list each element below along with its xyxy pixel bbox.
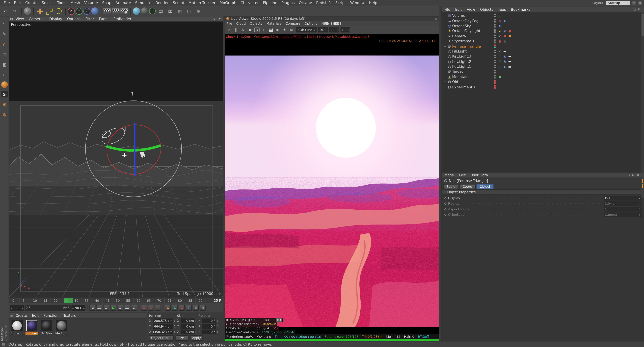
planet-tool-icon[interactable]: ◍	[1, 111, 8, 118]
close-icon[interactable]: ×	[435, 17, 438, 21]
stepper[interactable]: ▴▾	[196, 325, 196, 328]
om-menu-view[interactable]: View	[464, 8, 478, 12]
tweak-tool-icon[interactable]: ↖	[1, 20, 8, 27]
animation-dot[interactable]	[444, 197, 446, 199]
om-menu-edit[interactable]: Edit	[453, 8, 464, 12]
object-row-experiment-1[interactable]: +∅Experiment 1	[442, 84, 641, 89]
tag-icon[interactable]: ✓	[498, 60, 502, 64]
menu-mesh[interactable]: Mesh	[68, 1, 82, 5]
render-settings-icon[interactable]	[120, 8, 128, 14]
viewport-menu-view[interactable]: View	[13, 17, 26, 21]
am-forward-icon[interactable]: ►	[632, 173, 634, 177]
dl-mode-dropdown[interactable]: DL▾	[318, 27, 328, 33]
object-row-key-light-3[interactable]: ○Key.Light.3✓◉▬	[442, 54, 641, 59]
reset-render-button[interactable]: R	[254, 28, 260, 32]
tag-icon[interactable]: ✓	[498, 14, 502, 18]
object-name[interactable]: Mountains	[452, 75, 492, 79]
timeline-tick[interactable]: 40	[95, 299, 99, 302]
am-menu-user-data[interactable]: User Data	[468, 173, 490, 177]
visibility-toggles[interactable]	[492, 40, 498, 43]
am-back-icon[interactable]: ◄	[628, 173, 630, 177]
size-y-field[interactable]: 0 cm	[181, 324, 195, 328]
material-ball-icon[interactable]	[141, 8, 148, 15]
render-picture-viewer-icon[interactable]	[112, 8, 120, 14]
vp-maximize-icon[interactable]: □	[207, 17, 211, 21]
viewport-menu-prorender[interactable]: ProRender	[111, 17, 134, 21]
magnet-tool-icon[interactable]: ∩	[1, 40, 8, 48]
material-menu-create[interactable]: Create	[13, 314, 30, 318]
om-menu-tags[interactable]: Tags	[496, 8, 508, 12]
tag-icon[interactable]: ●	[508, 34, 512, 38]
perspective-viewport[interactable]: ▦ ViewCamerasDisplayOptionsFilterPanelPr…	[9, 17, 223, 297]
menu-sculpt[interactable]: Sculpt	[171, 1, 186, 5]
tag-icon[interactable]: ◎	[498, 34, 502, 38]
lv-menu-materials[interactable]: Materials	[264, 22, 284, 25]
goto-start-button[interactable]: |◀	[89, 305, 95, 310]
object-name[interactable]: Styleframe.1	[452, 39, 492, 43]
object-row-mountains[interactable]: +▲Mountains■	[442, 74, 641, 79]
camera-sync-icon[interactable]: ◉	[275, 27, 280, 33]
octane-settings-icon[interactable]: ☼	[226, 27, 232, 33]
instance-icon[interactable]: ◫	[185, 7, 193, 15]
position-y-field[interactable]: 664.944 cm	[153, 324, 173, 328]
object-row-penrose-triangle[interactable]: +∅Penrose Triangle	[442, 44, 641, 49]
menu-snap[interactable]: Snap	[100, 1, 113, 5]
mirror-tool-icon[interactable]: ◫	[1, 51, 8, 58]
prev-key-button[interactable]: ◀◀	[96, 305, 102, 310]
am-menu-mode[interactable]: Mode	[442, 173, 456, 177]
tag-icon[interactable]: ●	[508, 29, 512, 33]
object-name[interactable]: Penrose Triangle	[452, 44, 492, 48]
motion-clip-button[interactable]: ▤	[200, 305, 206, 310]
cube-stack-icon[interactable]: ▤	[156, 7, 165, 15]
expand-toggle[interactable]: +	[443, 85, 447, 89]
timeline-tick[interactable]: 60	[136, 299, 140, 302]
menu-character[interactable]: Character	[238, 1, 261, 5]
menu-edit[interactable]: Edit	[12, 1, 23, 5]
animation-dot[interactable]	[444, 208, 446, 210]
timeline-tick[interactable]: 55	[126, 299, 130, 302]
tag-icon[interactable]: ◉	[503, 29, 507, 33]
visibility-toggles[interactable]	[492, 45, 498, 48]
modeling-tool-icon[interactable]: ▣	[1, 61, 8, 68]
material-iridicer[interactable]: Iridicer	[26, 320, 38, 335]
rotation-p-field[interactable]: 0 °	[202, 324, 216, 328]
start-frame-field[interactable]: ◂0 F▸	[10, 305, 24, 310]
visibility-toggles[interactable]	[492, 85, 498, 89]
radius-field[interactable]: 3.94 cm▴▾	[604, 202, 642, 206]
tag-icon[interactable]: ●	[498, 39, 502, 43]
viewport-menu-panel[interactable]: Panel	[96, 17, 111, 21]
viewport-menu-filter[interactable]: Filter	[83, 17, 96, 21]
material-menu-function[interactable]: Function	[41, 314, 61, 318]
tag-icon[interactable]: ◉	[503, 19, 507, 23]
layout-dropdown[interactable]: Startup ▾	[606, 1, 630, 5]
octane-ball-icon[interactable]	[133, 8, 140, 15]
floor-grid-icon[interactable]: ▩	[176, 7, 184, 15]
preview-range-bar[interactable]: 0 F90 F	[25, 305, 70, 310]
object-tree-scrollbar[interactable]	[641, 12, 644, 172]
menu-create[interactable]: Create	[23, 1, 40, 5]
stepper[interactable]: ▴▾	[196, 319, 196, 322]
live-selection-icon[interactable]: ↖	[24, 8, 31, 15]
object-row-octanesky[interactable]: ◍OctaneSky◉	[442, 23, 641, 28]
timeline-tick[interactable]: 0	[12, 299, 14, 302]
lv-menu-help[interactable]: Help	[319, 22, 331, 25]
render-view-icon[interactable]	[103, 8, 111, 14]
material-menu-texture[interactable]: Texture	[61, 314, 79, 318]
menu-help[interactable]: Help	[367, 1, 379, 5]
tag-icon[interactable]: ★	[498, 29, 502, 33]
menu-volume[interactable]: Volume	[82, 1, 100, 5]
lv-menu-compare[interactable]: Compare	[284, 22, 302, 25]
tab-coord[interactable]: Coord	[459, 184, 476, 189]
interface-icon-2[interactable]: ▣	[638, 1, 642, 5]
stepper[interactable]: ▴▾	[196, 330, 196, 333]
timeline-playhead[interactable]	[64, 298, 73, 303]
object-row-camera[interactable]: ▣Camera◎●●	[442, 34, 641, 39]
object-row-styleframe-1[interactable]: +Styleframe.1●●	[442, 39, 641, 44]
stepper[interactable]: ▴▾	[217, 330, 218, 333]
object-row-octaneday-fog[interactable]: ☁OctaneDay.Fog×◉	[442, 18, 641, 23]
menu-window[interactable]: Window	[348, 1, 366, 5]
menu-simulate[interactable]: Simulate	[133, 1, 154, 5]
object-row-key-light-2[interactable]: ○Key.Light.2✓◉▬	[442, 59, 641, 64]
stepper[interactable]: ▴▾	[174, 319, 175, 322]
stepper[interactable]: ▴▾	[217, 325, 218, 328]
